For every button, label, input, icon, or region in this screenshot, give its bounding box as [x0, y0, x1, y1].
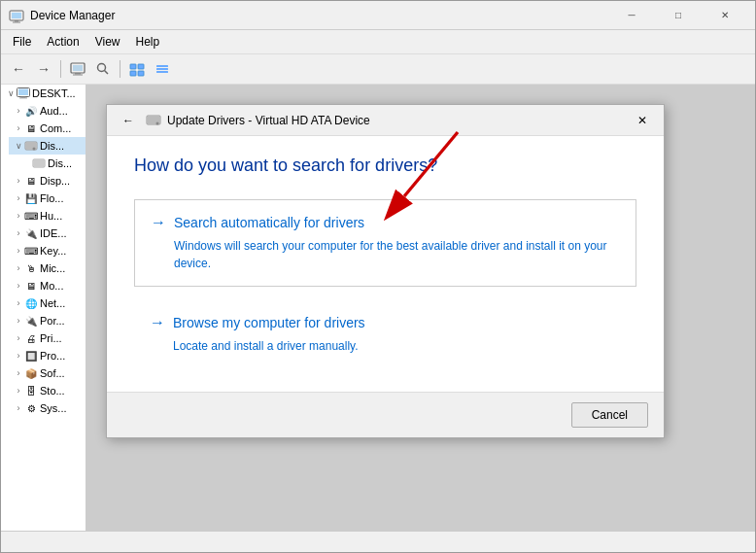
svg-point-23 [33, 148, 36, 151]
hid-icon: ⌨ [24, 209, 38, 223]
tree-label: Sto... [40, 385, 65, 397]
device-tree: ∨ DESKT... › 🔊 Aud... › [1, 85, 86, 531]
tree-label: Flo... [40, 192, 63, 204]
svg-rect-15 [156, 68, 168, 70]
toolbar-separator [60, 60, 61, 78]
option-search-auto[interactable]: → Search automatically for drivers Windo… [134, 199, 636, 287]
expand-icon: › [13, 315, 24, 327]
menu-help[interactable]: Help [128, 32, 168, 52]
expand-icon: › [13, 122, 24, 134]
dialog-footer: Cancel [107, 392, 664, 437]
disk-child-icon [32, 156, 46, 170]
toolbar-back-btn[interactable]: ← [7, 57, 30, 81]
tree-item-hid[interactable]: › ⌨ Hu... [9, 207, 86, 225]
close-button[interactable]: ✕ [703, 1, 747, 30]
toolbar-forward-btn[interactable]: → [32, 57, 55, 81]
option1-arrow-icon: → [151, 214, 166, 231]
print-icon: 🖨 [24, 331, 38, 345]
tree-item-keyboard[interactable]: › ⌨ Key... [9, 242, 86, 259]
option2-arrow-icon: → [150, 314, 165, 331]
computer-icon [17, 86, 30, 100]
title-bar: Device Manager ─ □ ✕ [1, 1, 755, 30]
svg-rect-12 [130, 71, 136, 76]
tree-label: IDE... [40, 227, 67, 239]
expand-icon: › [13, 350, 24, 362]
dialog-title-text: Update Drivers - Virtual HD ATA Device [167, 114, 629, 127]
network-icon: 🌐 [24, 296, 38, 310]
tree-item-system[interactable]: › ⚙ Sys... [9, 399, 86, 417]
main-content: ∨ DESKT... › 🔊 Aud... › [1, 85, 755, 531]
tree-item-disk-child[interactable]: Dis... [17, 155, 86, 172]
title-bar-title: Device Manager [30, 9, 609, 22]
tree-item-storage[interactable]: › 🗄 Sto... [9, 382, 86, 399]
svg-rect-20 [19, 98, 27, 99]
software-icon: 📦 [24, 366, 38, 380]
svg-rect-13 [138, 71, 144, 76]
dialog-title-icon [146, 113, 161, 128]
ports-icon: 🔌 [24, 314, 38, 328]
tree-item-print[interactable]: › 🖨 Pri... [9, 329, 86, 347]
disk-icon [24, 139, 38, 153]
tree-item-floppy[interactable]: › 💾 Flo... [9, 190, 86, 207]
minimize-button[interactable]: ─ [609, 1, 654, 30]
expand-icon: › [13, 385, 24, 397]
svg-rect-1 [12, 13, 21, 18]
tree-item-audio[interactable]: › 🔊 Aud... [9, 102, 86, 120]
tree-item-software[interactable]: › 📦 Sof... [9, 364, 86, 382]
dialog-question: How do you want to search for drivers? [134, 156, 636, 176]
svg-point-8 [98, 64, 106, 72]
tree-item-processors[interactable]: › 🔲 Pro... [9, 347, 86, 364]
tree-item-network[interactable]: › 🌐 Net... [9, 294, 86, 312]
toolbar-btn3[interactable] [125, 57, 149, 81]
right-panel: ← Update Drivers - Virtual HD ATA Device… [86, 85, 755, 531]
tree-item-ports[interactable]: › 🔌 Por... [9, 312, 86, 329]
option1-title: → Search automatically for drivers [151, 214, 620, 231]
dialog-close-button[interactable]: ✕ [629, 109, 656, 132]
svg-rect-18 [18, 89, 28, 96]
toolbar-properties-btn[interactable] [66, 57, 89, 81]
dialog-body: How do you want to search for drivers? →… [107, 136, 664, 382]
svg-rect-7 [73, 75, 83, 76]
floppy-icon: 💾 [24, 191, 38, 205]
maximize-button[interactable]: □ [656, 1, 701, 30]
dialog-back-button[interactable]: ← [115, 109, 142, 132]
toolbar: ← → [1, 54, 755, 85]
tree-item-mice[interactable]: › 🖱 Mic... [9, 259, 86, 277]
tree-label: Por... [40, 315, 65, 327]
tree-item-computer[interactable]: › 🖥 Com... [9, 120, 86, 137]
toolbar-search-btn[interactable] [91, 57, 115, 81]
tree-item-monitors[interactable]: › 🖥 Mo... [9, 277, 86, 294]
tree-label: Dis... [48, 157, 72, 169]
menu-file[interactable]: File [5, 32, 39, 52]
tree-item-ide[interactable]: › 🔌 IDE... [9, 225, 86, 242]
menu-view[interactable]: View [87, 32, 128, 52]
tree-item-disk[interactable]: ∨ Dis... [9, 137, 86, 155]
tree-label: Sof... [40, 367, 65, 379]
menu-action[interactable]: Action [39, 32, 86, 52]
tree-label: Net... [40, 297, 65, 309]
expand-icon: › [13, 367, 24, 379]
option-browse[interactable]: → Browse my computer for drivers Locate … [134, 300, 636, 368]
tree-root[interactable]: ∨ DESKT... [1, 85, 86, 102]
expand-icon: › [13, 227, 24, 239]
tree-item-display[interactable]: › 🖥 Disp... [9, 172, 86, 190]
svg-rect-25 [34, 160, 44, 166]
monitors-icon: 🖥 [24, 279, 38, 293]
title-bar-controls: ─ □ ✕ [609, 1, 747, 30]
expand-icon: › [13, 245, 24, 257]
toolbar-separator2 [120, 60, 120, 78]
dialog-title-bar: ← Update Drivers - Virtual HD ATA Device… [107, 105, 664, 136]
keyboard-icon: ⌨ [24, 244, 38, 258]
svg-rect-6 [75, 73, 81, 75]
title-bar-icon [9, 8, 24, 23]
expand-icon: ∨ [5, 87, 17, 99]
cancel-button[interactable]: Cancel [571, 402, 648, 428]
expand-icon: › [13, 262, 24, 274]
expand-spacer [20, 157, 32, 169]
option1-desc: Windows will search your computer for th… [151, 237, 620, 272]
toolbar-btn4[interactable] [151, 57, 174, 81]
processors-icon: 🔲 [24, 349, 38, 363]
mice-icon: 🖱 [24, 261, 38, 275]
tree-label: Key... [40, 245, 66, 257]
svg-rect-2 [15, 20, 18, 22]
